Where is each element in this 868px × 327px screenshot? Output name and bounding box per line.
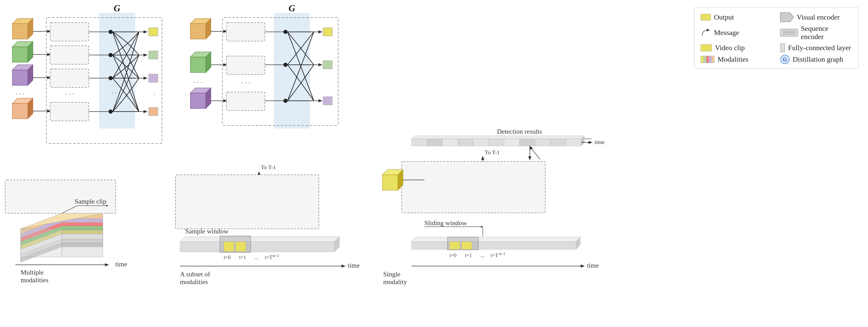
p3-det-seg7 xyxy=(504,139,520,146)
svg-marker-14 xyxy=(12,103,28,119)
panel2-dots: · · · xyxy=(194,78,203,86)
p3-det-seg3 xyxy=(442,139,458,146)
p3-tW: t=T xyxy=(491,253,498,258)
panel1-multi-label2: modalities xyxy=(21,276,48,284)
panel2-node-dots: · · · xyxy=(241,79,250,87)
p3-toT1-label: To T-1 xyxy=(485,149,500,156)
svg-marker-26 xyxy=(21,229,62,257)
panel1-gdot3 xyxy=(108,76,113,80)
panel1-out1 xyxy=(149,28,158,36)
panel2-node1 xyxy=(226,23,265,41)
p3-tdots: ... xyxy=(480,253,484,258)
panel1-out3 xyxy=(149,74,158,82)
panel2-out3 xyxy=(323,97,332,105)
p3-time-label: time xyxy=(587,262,599,269)
panel1-box1 xyxy=(12,19,33,39)
p3-single-label1: Single xyxy=(383,270,400,278)
p3-det-time: time xyxy=(595,139,604,145)
svg-marker-34 xyxy=(190,93,206,108)
svg-marker-8 xyxy=(12,47,28,62)
panel1-node3 xyxy=(50,69,89,88)
p3-det-top xyxy=(411,136,584,139)
panel1-multimodal-bars xyxy=(21,214,103,262)
panel1-multi-label1: Multiple xyxy=(21,269,44,276)
panel1-dots: · · · xyxy=(16,90,25,98)
p3-clip1 xyxy=(450,242,460,249)
p3-enc-det-arr xyxy=(530,146,540,159)
panel1-box4 xyxy=(12,98,33,119)
svg-marker-27 xyxy=(62,229,103,257)
p2-subset-label1: A subset of xyxy=(180,270,210,278)
p3-det-seg1 xyxy=(411,139,427,146)
panel1-gdot2 xyxy=(108,53,113,57)
p2-sample-label: Sample window xyxy=(185,228,228,235)
panel1-out2 xyxy=(149,51,158,59)
panel2-box3 xyxy=(190,88,211,108)
p3-single-box xyxy=(382,170,403,190)
p2-t1: t=1 xyxy=(239,255,246,260)
panel2-box1 xyxy=(190,19,211,39)
panel1-box2 xyxy=(12,42,33,62)
p3-det-seg8 xyxy=(520,139,535,146)
panel1-out-dots: · xyxy=(154,91,155,98)
panel1-node1 xyxy=(50,23,89,41)
svg-marker-37 xyxy=(382,175,398,190)
p2-enc-outer xyxy=(176,175,319,229)
p3-single-label2: modality xyxy=(383,278,407,286)
p3-timeline-bar-top xyxy=(411,237,580,242)
panel1-gdot4 xyxy=(108,109,113,113)
panel1-node2 xyxy=(50,46,89,64)
panel2-node2 xyxy=(226,56,265,74)
svg-marker-31 xyxy=(190,57,206,72)
main-diagram: · · · · · · G · · · xyxy=(0,0,868,327)
p3-det-seg11 xyxy=(566,139,581,146)
svg-marker-11 xyxy=(12,70,28,85)
p3-detection-label: Detection results xyxy=(497,128,542,135)
p2-timeline-bar-top xyxy=(180,236,340,242)
p2-tW: t=T xyxy=(265,255,272,260)
p3-det-seg6 xyxy=(489,139,504,146)
svg-marker-28 xyxy=(190,24,206,39)
p3-slide-label: Sliding window xyxy=(424,219,467,227)
p2-timeline-bar-bot xyxy=(180,242,334,252)
p3-enc-outer xyxy=(402,161,545,213)
panel1-node4 xyxy=(50,102,89,121)
panel1-enc-outer xyxy=(5,180,116,214)
panel1-sample-label: Sample clip xyxy=(74,198,106,205)
panel1-time-label: time xyxy=(115,260,127,268)
p3-det-seg2 xyxy=(427,139,442,146)
p3-det-seg5 xyxy=(473,139,489,146)
p2-tdots: ... xyxy=(255,255,258,260)
p2-t0: t=0 xyxy=(224,255,231,260)
p2-subset-label2: modalities xyxy=(180,278,208,286)
panel1-box3 xyxy=(12,65,33,85)
p2-clip2 xyxy=(236,242,246,252)
panel2-gdot1 xyxy=(283,30,287,34)
panel1-out4 xyxy=(149,107,158,116)
panel1-G-label: G xyxy=(114,3,120,13)
panel2-G-label: G xyxy=(288,3,295,13)
panel1-gdot1 xyxy=(108,30,113,34)
p3-timeline-bar-bot xyxy=(411,242,576,249)
panel1-node-dots: · · · xyxy=(65,90,74,98)
p3-det-seg10 xyxy=(550,139,566,146)
panel2-box2 xyxy=(190,52,211,72)
p3-det-seg4 xyxy=(458,139,473,146)
panel2-gdot2 xyxy=(283,63,287,67)
p3-det-seg9 xyxy=(535,139,550,146)
p3-tW-sub: w-1 xyxy=(499,252,505,256)
panel2-node3 xyxy=(226,92,265,110)
p2-clip1 xyxy=(224,242,234,252)
svg-marker-5 xyxy=(12,24,28,39)
p2-time-label: time xyxy=(348,262,360,269)
panel2-gdot3 xyxy=(283,99,287,103)
p3-t0: t=0 xyxy=(450,253,457,258)
p2-tW-sub: w-1 xyxy=(273,254,279,258)
p3-t1: t=1 xyxy=(465,253,472,258)
panel2-out1 xyxy=(323,28,332,36)
p2-toT1-label: To T-1 xyxy=(261,164,276,170)
p3-clip2 xyxy=(462,242,472,249)
panel2-out2 xyxy=(323,61,332,69)
